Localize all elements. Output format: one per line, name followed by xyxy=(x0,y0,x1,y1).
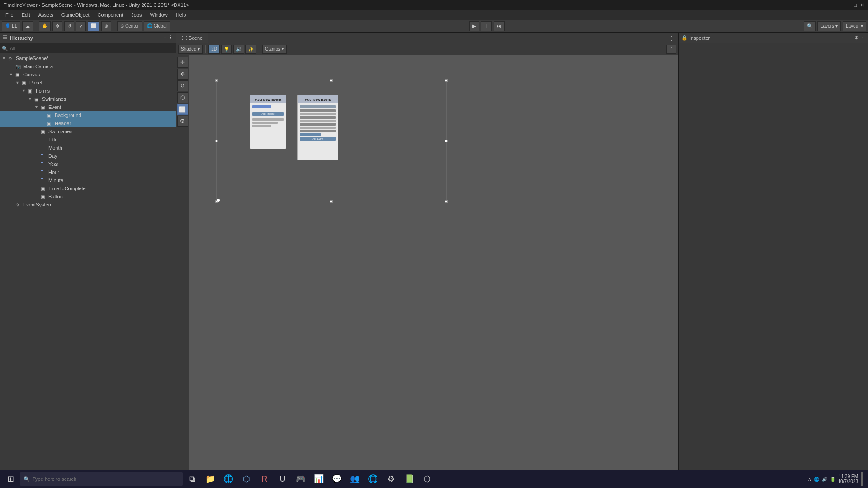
menu-jobs[interactable]: Jobs xyxy=(127,11,145,19)
shaded-dropdown[interactable]: Shaded ▾ xyxy=(178,45,203,54)
menu-window[interactable]: Window xyxy=(146,11,171,19)
fx-btn[interactable]: ✨ xyxy=(245,45,256,54)
taskbar-extra-btn[interactable]: ⬡ xyxy=(419,471,436,487)
taskbar-app3-btn[interactable]: 💬 xyxy=(328,471,345,487)
scene-tab[interactable]: ⛶ Scene xyxy=(176,33,208,43)
tree-item-title[interactable]: T Title xyxy=(0,136,176,144)
tree-item-hour[interactable]: T Hour xyxy=(0,168,176,176)
tree-item-event[interactable]: ▼ ▣ Event xyxy=(0,103,176,111)
tree-item-day[interactable]: T Day xyxy=(0,152,176,160)
gizmos-btn[interactable]: Gizmos ▾ xyxy=(262,45,287,54)
layers-dropdown[interactable]: Layers ▾ xyxy=(817,21,841,31)
inspector-add-icon[interactable]: ⊕ xyxy=(854,35,859,41)
network-icon[interactable]: 🌐 xyxy=(814,477,819,482)
taskbar-filemgr-btn[interactable]: 📁 xyxy=(202,471,219,487)
taskview-btn[interactable]: ⧉ xyxy=(184,471,201,487)
inspector-panel: 🔒 Inspector ⊕ ⋮ xyxy=(678,33,868,470)
tree-item-minute[interactable]: T Minute xyxy=(0,176,176,184)
menu-file[interactable]: File xyxy=(2,11,17,19)
step-btn[interactable]: ⏭ xyxy=(494,21,505,31)
move-tool-btn[interactable]: ✥ xyxy=(52,21,62,31)
tree-item-panel[interactable]: ▼ ▣ Panel xyxy=(0,79,176,87)
left-tool-rect[interactable]: ⬜ xyxy=(177,104,188,115)
2d-btn[interactable]: 2D xyxy=(208,45,220,54)
tree-item-button[interactable]: ▣ Button xyxy=(0,192,176,201)
global-btn[interactable]: 🌐 Global xyxy=(144,21,170,31)
taskbar-search-input[interactable] xyxy=(33,476,179,482)
hand-tool-btn[interactable]: ✋ xyxy=(39,21,51,31)
menu-help[interactable]: Help xyxy=(172,11,190,19)
tree-item-forms[interactable]: ▼ ▣ Forms xyxy=(0,87,176,95)
taskbar-rider-btn[interactable]: R xyxy=(256,471,273,487)
show-desktop-btn[interactable] xyxy=(861,472,863,486)
tree-item-timetocomplete[interactable]: ▣ TimeToComplete xyxy=(0,184,176,192)
cloud-btn[interactable]: ☁ xyxy=(22,21,33,31)
inspector-lock-icon[interactable]: 🔒 xyxy=(681,35,688,41)
taskbar-teams-btn[interactable]: 👥 xyxy=(346,471,363,487)
search-btn[interactable]: 🔍 xyxy=(804,21,816,31)
tree-arrow: ▼ xyxy=(9,72,15,77)
tree-item-samplescene[interactable]: ▼ ⊙ SampleScene* xyxy=(0,54,176,62)
taskbar-edge-btn[interactable]: 🌐 xyxy=(220,471,237,487)
taskbar-app2-btn[interactable]: 📊 xyxy=(310,471,327,487)
hierarchy-menu-icon[interactable]: ☰ xyxy=(3,35,7,41)
hierarchy-add-btn[interactable]: + xyxy=(164,35,166,41)
pause-btn[interactable]: ⏸ xyxy=(481,21,492,31)
left-tool-move[interactable]: ✥ xyxy=(177,69,188,80)
day-icon: T xyxy=(41,154,47,159)
card2-btn[interactable]: Add Event xyxy=(300,137,336,141)
close-btn[interactable]: ✕ xyxy=(860,2,864,8)
account-btn[interactable]: 👤 EL xyxy=(2,21,20,31)
taskbar-chrome-btn[interactable]: 🌐 xyxy=(364,471,382,487)
taskbar-clock[interactable]: 11:39 PM 10/7/2023 xyxy=(838,474,859,484)
tree-item-background[interactable]: ▣ Background xyxy=(0,111,176,119)
start-btn[interactable]: ⊞ xyxy=(2,471,19,487)
scene-more-btn[interactable]: ⋮ xyxy=(666,45,676,54)
inspector-options-icon[interactable]: ⋮ xyxy=(860,35,865,41)
pivot-btn[interactable]: ⊙ Center xyxy=(117,21,142,31)
menu-edit[interactable]: Edit xyxy=(18,11,34,19)
taskbar-sys-tray: ∧ 🌐 🔊 🔋 11:39 PM 10/7/2023 xyxy=(804,472,867,486)
transform-tool-btn[interactable]: ⊕ xyxy=(101,21,111,31)
taskbar-excel-btn[interactable]: 📗 xyxy=(401,471,418,487)
card1-btn[interactable]: Add Timeline xyxy=(252,112,284,116)
minimize-btn[interactable]: ─ xyxy=(847,2,850,8)
taskbar-vs-btn[interactable]: ⬡ xyxy=(238,471,255,487)
layout-dropdown[interactable]: Layout ▾ xyxy=(843,21,866,31)
scale-tool-btn[interactable]: ⤢ xyxy=(76,21,86,31)
light-btn[interactable]: 💡 xyxy=(221,45,232,54)
tree-item-month[interactable]: T Month xyxy=(0,144,176,152)
hidden-icons-btn[interactable]: ∧ xyxy=(808,477,811,482)
tree-item-main-camera[interactable]: 📷 Main Camera xyxy=(0,62,176,70)
tree-item-eventsystem[interactable]: ⊙ EventSystem xyxy=(0,201,176,209)
tree-item-swimlanes-child[interactable]: ▣ Swimlanes xyxy=(0,127,176,136)
tree-item-header[interactable]: ▣ Header xyxy=(0,119,176,127)
scene-card-2[interactable]: Add New Event Add Event xyxy=(297,95,338,160)
taskbar-settings-btn[interactable]: ⚙ xyxy=(382,471,400,487)
hierarchy-search-input[interactable] xyxy=(10,46,174,51)
taskbar-search-box[interactable]: 🔍 xyxy=(20,472,183,486)
maximize-btn[interactable]: □ xyxy=(854,2,857,8)
menu-component[interactable]: Component xyxy=(94,11,127,19)
battery-icon[interactable]: 🔋 xyxy=(830,477,835,482)
menu-assets[interactable]: Assets xyxy=(35,11,57,19)
taskbar-unity-btn[interactable]: U xyxy=(274,471,291,487)
left-tool-rotate[interactable]: ↺ xyxy=(177,80,188,91)
menu-gameobject[interactable]: GameObject xyxy=(58,11,93,19)
left-tool-hexagon[interactable]: ⬡ xyxy=(177,92,188,103)
tree-item-year[interactable]: T Year xyxy=(0,160,176,168)
tree-item-swimlanes-parent[interactable]: ▼ ▣ Swimlanes xyxy=(0,95,176,103)
left-tool-gear[interactable]: ⚙ xyxy=(177,116,188,127)
rotate-tool-btn[interactable]: ↺ xyxy=(64,21,74,31)
tree-item-canvas[interactable]: ▼ ▣ Canvas xyxy=(0,70,176,79)
taskbar-app1-btn[interactable]: 🎮 xyxy=(292,471,309,487)
play-btn[interactable]: ▶ xyxy=(469,21,479,31)
audio-btn[interactable]: 🔊 xyxy=(233,45,244,54)
scene-settings-icon[interactable]: ⋮ xyxy=(668,34,675,42)
volume-icon[interactable]: 🔊 xyxy=(822,477,827,482)
rect-tool-btn[interactable]: ⬜ xyxy=(88,21,99,31)
hierarchy-options-btn[interactable]: ⋮ xyxy=(168,35,173,41)
scene-card-1[interactable]: Add New Event Add Timeline xyxy=(250,95,286,149)
scene-view[interactable]: Add New Event Add Timeline Add New Event xyxy=(189,55,678,470)
left-tool-cursor[interactable]: ✛ xyxy=(177,57,188,68)
